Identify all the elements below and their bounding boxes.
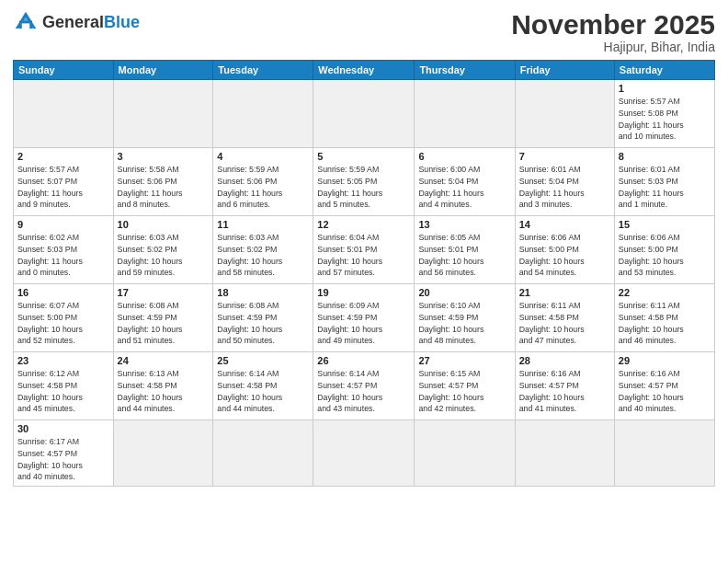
calendar-cell: 13Sunrise: 6:05 AM Sunset: 5:01 PM Dayli… xyxy=(415,216,515,284)
day-info: Sunrise: 5:57 AM Sunset: 5:08 PM Dayligh… xyxy=(619,96,711,143)
calendar-cell xyxy=(14,80,114,148)
day-header-friday: Friday xyxy=(515,61,614,80)
day-info: Sunrise: 6:05 AM Sunset: 5:01 PM Dayligh… xyxy=(418,232,510,279)
title-block: November 2025 Hajipur, Bihar, India xyxy=(511,9,715,54)
day-info: Sunrise: 6:08 AM Sunset: 4:59 PM Dayligh… xyxy=(217,300,309,347)
day-info: Sunrise: 6:03 AM Sunset: 5:02 PM Dayligh… xyxy=(118,232,210,279)
day-info: Sunrise: 6:07 AM Sunset: 5:00 PM Dayligh… xyxy=(17,300,109,347)
day-info: Sunrise: 6:03 AM Sunset: 5:02 PM Dayligh… xyxy=(217,232,309,279)
day-info: Sunrise: 6:01 AM Sunset: 5:04 PM Dayligh… xyxy=(519,164,610,211)
day-number: 28 xyxy=(519,355,610,366)
calendar-week-4: 16Sunrise: 6:07 AM Sunset: 5:00 PM Dayli… xyxy=(14,284,715,352)
day-info: Sunrise: 6:00 AM Sunset: 5:04 PM Dayligh… xyxy=(418,164,510,211)
day-number: 5 xyxy=(317,151,410,162)
calendar-cell xyxy=(113,420,213,487)
calendar-cell xyxy=(213,80,313,148)
day-info: Sunrise: 6:13 AM Sunset: 4:58 PM Dayligh… xyxy=(118,368,210,415)
calendar-cell xyxy=(515,420,614,487)
day-info: Sunrise: 6:11 AM Sunset: 4:58 PM Dayligh… xyxy=(519,300,610,347)
day-info: Sunrise: 6:01 AM Sunset: 5:03 PM Dayligh… xyxy=(619,164,711,211)
day-number: 26 xyxy=(317,355,410,366)
calendar-cell: 26Sunrise: 6:14 AM Sunset: 4:57 PM Dayli… xyxy=(313,352,415,420)
day-number: 8 xyxy=(619,151,711,162)
day-info: Sunrise: 5:57 AM Sunset: 5:07 PM Dayligh… xyxy=(17,164,109,211)
calendar-cell: 16Sunrise: 6:07 AM Sunset: 5:00 PM Dayli… xyxy=(14,284,114,352)
calendar-cell: 29Sunrise: 6:16 AM Sunset: 4:57 PM Dayli… xyxy=(614,352,714,420)
calendar-page: GeneralBlue November 2025 Hajipur, Bihar… xyxy=(0,0,728,563)
day-number: 23 xyxy=(17,355,109,366)
day-info: Sunrise: 6:06 AM Sunset: 5:00 PM Dayligh… xyxy=(519,232,610,279)
svg-rect-3 xyxy=(22,23,29,29)
calendar-cell: 22Sunrise: 6:11 AM Sunset: 4:58 PM Dayli… xyxy=(614,284,714,352)
day-info: Sunrise: 6:17 AM Sunset: 4:57 PM Dayligh… xyxy=(17,436,109,483)
calendar-cell xyxy=(113,80,213,148)
calendar-week-5: 23Sunrise: 6:12 AM Sunset: 4:58 PM Dayli… xyxy=(14,352,715,420)
calendar-cell: 5Sunrise: 5:59 AM Sunset: 5:05 PM Daylig… xyxy=(313,148,415,216)
day-number: 17 xyxy=(118,287,210,298)
calendar-cell: 1Sunrise: 5:57 AM Sunset: 5:08 PM Daylig… xyxy=(614,80,714,148)
calendar-cell xyxy=(515,80,614,148)
day-number: 2 xyxy=(17,151,109,162)
day-number: 4 xyxy=(217,151,309,162)
calendar-header-row: SundayMondayTuesdayWednesdayThursdayFrid… xyxy=(14,61,715,80)
day-number: 20 xyxy=(418,287,510,298)
day-number: 30 xyxy=(17,423,109,434)
calendar-cell: 7Sunrise: 6:01 AM Sunset: 5:04 PM Daylig… xyxy=(515,148,614,216)
calendar-cell xyxy=(415,420,515,487)
day-number: 19 xyxy=(317,287,410,298)
calendar-week-6: 30Sunrise: 6:17 AM Sunset: 4:57 PM Dayli… xyxy=(14,420,715,487)
calendar-cell xyxy=(614,420,714,487)
calendar-cell: 6Sunrise: 6:00 AM Sunset: 5:04 PM Daylig… xyxy=(415,148,515,216)
day-number: 7 xyxy=(519,151,610,162)
calendar-cell xyxy=(313,80,415,148)
calendar-cell: 3Sunrise: 5:58 AM Sunset: 5:06 PM Daylig… xyxy=(113,148,213,216)
calendar-cell: 11Sunrise: 6:03 AM Sunset: 5:02 PM Dayli… xyxy=(213,216,313,284)
day-header-monday: Monday xyxy=(113,61,213,80)
calendar-cell: 24Sunrise: 6:13 AM Sunset: 4:58 PM Dayli… xyxy=(113,352,213,420)
calendar-week-2: 2Sunrise: 5:57 AM Sunset: 5:07 PM Daylig… xyxy=(14,148,715,216)
day-number: 21 xyxy=(519,287,610,298)
day-info: Sunrise: 6:04 AM Sunset: 5:01 PM Dayligh… xyxy=(317,232,410,279)
day-number: 29 xyxy=(619,355,711,366)
day-info: Sunrise: 5:59 AM Sunset: 5:05 PM Dayligh… xyxy=(317,164,410,211)
day-info: Sunrise: 6:11 AM Sunset: 4:58 PM Dayligh… xyxy=(619,300,711,347)
day-number: 25 xyxy=(217,355,309,366)
day-info: Sunrise: 6:16 AM Sunset: 4:57 PM Dayligh… xyxy=(519,368,610,415)
day-info: Sunrise: 5:58 AM Sunset: 5:06 PM Dayligh… xyxy=(118,164,210,211)
calendar-cell: 4Sunrise: 5:59 AM Sunset: 5:06 PM Daylig… xyxy=(213,148,313,216)
day-number: 27 xyxy=(418,355,510,366)
day-number: 22 xyxy=(619,287,711,298)
day-number: 13 xyxy=(418,219,510,230)
calendar-cell xyxy=(415,80,515,148)
calendar-table: SundayMondayTuesdayWednesdayThursdayFrid… xyxy=(13,60,715,487)
calendar-cell: 21Sunrise: 6:11 AM Sunset: 4:58 PM Dayli… xyxy=(515,284,614,352)
calendar-week-3: 9Sunrise: 6:02 AM Sunset: 5:03 PM Daylig… xyxy=(14,216,715,284)
day-number: 12 xyxy=(317,219,410,230)
logo-text: GeneralBlue xyxy=(42,13,140,32)
calendar-cell: 27Sunrise: 6:15 AM Sunset: 4:57 PM Dayli… xyxy=(415,352,515,420)
day-number: 24 xyxy=(118,355,210,366)
day-header-tuesday: Tuesday xyxy=(213,61,313,80)
calendar-cell: 12Sunrise: 6:04 AM Sunset: 5:01 PM Dayli… xyxy=(313,216,415,284)
calendar-cell: 8Sunrise: 6:01 AM Sunset: 5:03 PM Daylig… xyxy=(614,148,714,216)
logo-icon xyxy=(13,9,39,35)
day-info: Sunrise: 6:14 AM Sunset: 4:57 PM Dayligh… xyxy=(317,368,410,415)
day-number: 6 xyxy=(418,151,510,162)
calendar-cell: 28Sunrise: 6:16 AM Sunset: 4:57 PM Dayli… xyxy=(515,352,614,420)
day-info: Sunrise: 6:08 AM Sunset: 4:59 PM Dayligh… xyxy=(118,300,210,347)
day-info: Sunrise: 6:15 AM Sunset: 4:57 PM Dayligh… xyxy=(418,368,510,415)
calendar-cell: 15Sunrise: 6:06 AM Sunset: 5:00 PM Dayli… xyxy=(614,216,714,284)
day-info: Sunrise: 6:02 AM Sunset: 5:03 PM Dayligh… xyxy=(17,232,109,279)
day-header-saturday: Saturday xyxy=(614,61,714,80)
calendar-cell: 30Sunrise: 6:17 AM Sunset: 4:57 PM Dayli… xyxy=(14,420,114,487)
calendar-cell: 10Sunrise: 6:03 AM Sunset: 5:02 PM Dayli… xyxy=(113,216,213,284)
calendar-cell: 18Sunrise: 6:08 AM Sunset: 4:59 PM Dayli… xyxy=(213,284,313,352)
month-title: November 2025 xyxy=(511,9,715,40)
calendar-cell: 23Sunrise: 6:12 AM Sunset: 4:58 PM Dayli… xyxy=(14,352,114,420)
day-info: Sunrise: 6:14 AM Sunset: 4:58 PM Dayligh… xyxy=(217,368,309,415)
day-info: Sunrise: 6:09 AM Sunset: 4:59 PM Dayligh… xyxy=(317,300,410,347)
day-number: 10 xyxy=(118,219,210,230)
calendar-cell: 9Sunrise: 6:02 AM Sunset: 5:03 PM Daylig… xyxy=(14,216,114,284)
day-header-wednesday: Wednesday xyxy=(313,61,415,80)
day-number: 14 xyxy=(519,219,610,230)
